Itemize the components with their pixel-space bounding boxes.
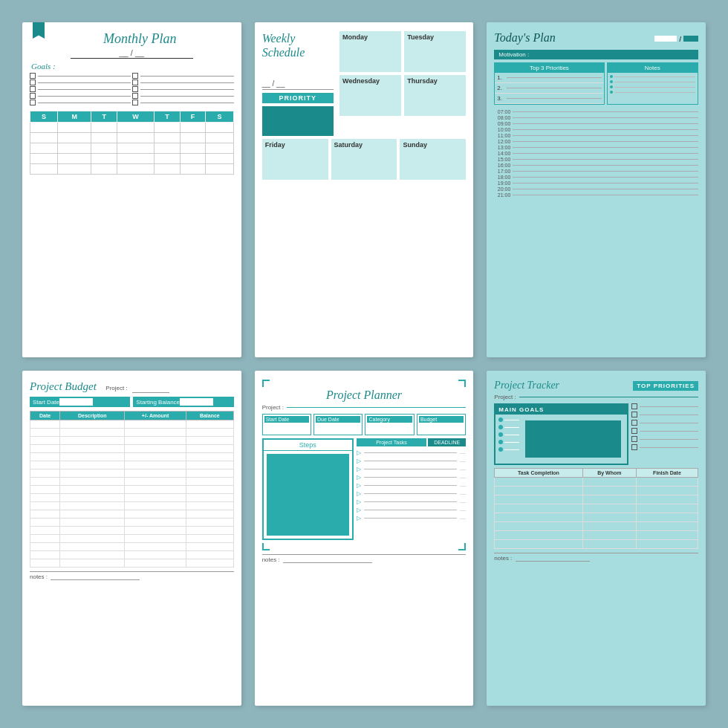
planner-notes: notes : xyxy=(262,554,467,563)
budget-val[interactable] xyxy=(419,424,464,433)
checkbox-r1[interactable] xyxy=(132,73,138,79)
tasks-col: Project Tasks DEADLINE ▷— ▷— ▷— ▷— ▷— ▷—… xyxy=(357,438,467,540)
tracker-checklist xyxy=(631,403,698,465)
day-monday: Monday xyxy=(339,31,401,72)
tracker-project-row: Project : xyxy=(494,394,698,400)
top-priorities-badge: TOP PRIORITIES xyxy=(633,381,698,391)
task-row-5: ▷— xyxy=(357,482,467,489)
notes-field[interactable] xyxy=(51,574,140,580)
project-tracker-card: Project Tracker TOP PRIORITIES Project :… xyxy=(487,371,706,706)
goals-dark-box xyxy=(525,420,621,458)
tuesday-label: Tuesday xyxy=(407,33,463,41)
date-area: / xyxy=(654,36,698,43)
day-tuesday: Tuesday xyxy=(404,31,466,72)
todays-plan-card: Today's Plan / Motivation : Top 3 Priori… xyxy=(487,22,706,357)
date-field-2[interactable] xyxy=(683,36,698,42)
project-line xyxy=(287,407,466,408)
due-date-val[interactable] xyxy=(316,424,360,433)
task-row-7: ▷— xyxy=(357,498,467,505)
task-row-9: ▷— xyxy=(357,515,467,521)
time-1700: 17:00 xyxy=(494,169,698,174)
tc-row-3 xyxy=(495,495,698,504)
t-checkbox-4[interactable] xyxy=(631,428,637,434)
steps-tasks-grid: Steps Project Tasks DEADLINE ▷— ▷— ▷— ▷—… xyxy=(262,438,467,540)
start-date-val[interactable] xyxy=(264,424,309,433)
budget-row-8 xyxy=(30,478,234,486)
planner-fields: Start Date Due Date Category Budget xyxy=(262,414,467,435)
arrow-9: ▷ xyxy=(357,515,361,521)
monthly-date-line[interactable]: __ / __ xyxy=(71,48,193,59)
t-checkbox-3[interactable] xyxy=(631,420,637,426)
time-1300: 13:00 xyxy=(494,145,698,150)
bookmark-icon xyxy=(33,22,45,39)
bottom-days-grid: Friday Saturday Sunday xyxy=(262,139,467,180)
t-checkbox-6[interactable] xyxy=(631,444,637,450)
tracker-notes-field[interactable] xyxy=(516,556,590,562)
field-start-date: Start Date xyxy=(262,414,311,435)
check-row-3 xyxy=(30,86,131,92)
tracker-check-6 xyxy=(631,444,698,450)
cal-header-t2: T xyxy=(155,111,181,123)
planner-notes-field[interactable] xyxy=(283,557,372,563)
dash-1: — xyxy=(460,449,466,456)
tc-row-8 xyxy=(495,540,698,549)
check-row-r2 xyxy=(132,79,233,85)
start-date-input[interactable] xyxy=(59,398,93,406)
checkbox-r3[interactable] xyxy=(132,86,138,92)
planner-notes-label: notes : xyxy=(262,556,280,563)
goals-checklist xyxy=(30,72,234,106)
starting-balance-input[interactable] xyxy=(180,398,213,406)
check-row-r5 xyxy=(132,100,233,105)
goal-2 xyxy=(498,425,519,429)
goal-4 xyxy=(498,440,519,444)
col-amount: +/- Amount xyxy=(125,412,186,420)
budget-label: Budget xyxy=(419,416,464,423)
budget-row-6 xyxy=(30,461,234,469)
motivation-label: Motivation : xyxy=(494,50,698,59)
tracker-notes: notes : xyxy=(494,553,698,562)
note-dot-1 xyxy=(610,75,695,78)
checkbox-r2[interactable] xyxy=(132,79,138,85)
checkbox-3[interactable] xyxy=(30,86,36,92)
check-row-r4 xyxy=(132,93,233,99)
project-budget-card: Project Budget Project : Start Date Star… xyxy=(22,371,241,706)
cal-header-t1: T xyxy=(91,111,117,123)
t-checkbox-2[interactable] xyxy=(631,412,637,417)
note-dot-4 xyxy=(610,91,695,94)
project-field-input[interactable] xyxy=(132,387,169,393)
tracker-check-4 xyxy=(631,428,698,434)
tc-row-2 xyxy=(495,487,698,495)
weekly-date[interactable]: __ / __ xyxy=(262,79,334,90)
checkbox-1[interactable] xyxy=(30,73,36,79)
time-0900: 09:00 xyxy=(494,121,698,126)
t-checkbox-1[interactable] xyxy=(631,403,637,409)
time-0800: 08:00 xyxy=(494,115,698,120)
time-1500: 15:00 xyxy=(494,157,698,162)
notes-box: Notes xyxy=(607,62,698,105)
checkbox-r4[interactable] xyxy=(132,93,138,99)
t-checkbox-5[interactable] xyxy=(631,436,637,442)
task-row-3: ▷— xyxy=(357,466,467,472)
date-field-1[interactable] xyxy=(654,36,677,42)
main-goals-section: MAIN GOALS xyxy=(494,403,698,465)
steps-content[interactable] xyxy=(267,454,349,536)
priority-label: PRIORITY xyxy=(262,93,334,103)
tc-row-5 xyxy=(495,513,698,522)
checkbox-4[interactable] xyxy=(30,93,36,99)
dash-3: — xyxy=(460,466,466,472)
notes-label: notes : xyxy=(30,573,48,580)
checkbox-r5[interactable] xyxy=(132,100,138,105)
checkbox-5[interactable] xyxy=(30,100,36,105)
dash-5: — xyxy=(460,482,466,489)
deco-bottomright xyxy=(458,543,466,550)
checkbox-2[interactable] xyxy=(30,79,36,85)
notes-header: Notes xyxy=(608,63,698,73)
saturday-label: Saturday xyxy=(334,141,394,149)
note-dot-2 xyxy=(610,80,695,83)
category-val[interactable] xyxy=(367,424,412,433)
budget-row-10 xyxy=(30,494,234,502)
cal-row-4 xyxy=(30,154,234,164)
monthly-calendar: S M T W T F S xyxy=(30,111,234,175)
deco-top xyxy=(262,380,467,387)
budget-row-4 xyxy=(30,445,234,453)
